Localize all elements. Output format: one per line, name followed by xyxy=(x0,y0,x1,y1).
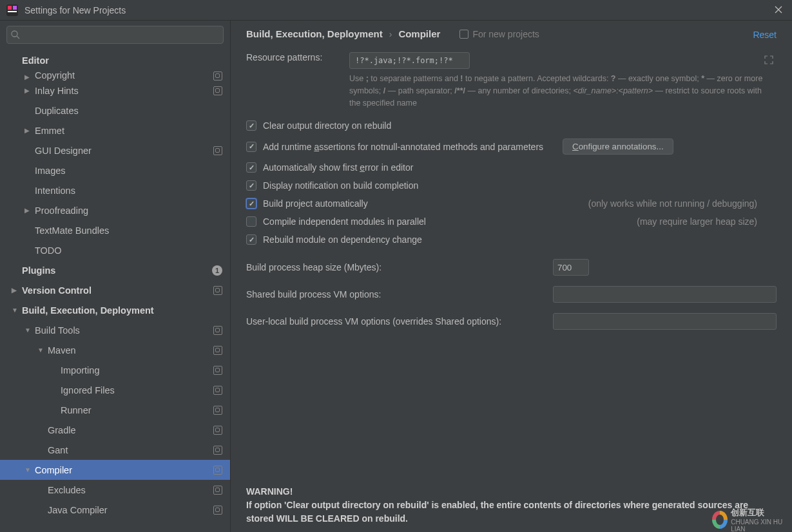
checkbox[interactable] xyxy=(246,180,256,191)
tree-item-label: Copyright xyxy=(35,70,213,81)
tree-item-label: Images xyxy=(35,166,230,176)
tree-item-gradle[interactable]: Gradle xyxy=(0,420,230,440)
tree-item-ignored-files[interactable]: Ignored Files xyxy=(0,380,230,400)
tree-item-todo[interactable]: TODO xyxy=(0,240,230,260)
reset-link[interactable]: Reset xyxy=(753,30,777,40)
tree-item-proofreading[interactable]: ▶Proofreading xyxy=(0,200,230,220)
tree-item-label: Build, Execution, Deployment xyxy=(22,305,230,316)
project-scope-icon xyxy=(213,426,222,435)
project-scope-icon xyxy=(459,30,468,39)
check-build-notify[interactable]: Display notification on build completion xyxy=(246,180,777,191)
tree-arrow-icon: ▼ xyxy=(24,466,31,473)
tree-item-label: GUI Designer xyxy=(35,146,213,156)
check-build-auto[interactable]: Build project automatically (only works … xyxy=(246,198,777,209)
resource-label: Resource patterns: xyxy=(246,52,342,62)
tree-item-build-tools[interactable]: ▼Build Tools xyxy=(0,320,230,340)
check-clear-output[interactable]: Clear output directory on rebuild xyxy=(246,120,777,131)
badge: 1 xyxy=(212,265,222,276)
close-icon xyxy=(775,6,782,14)
local-vm-row: User-local build process VM options (ove… xyxy=(246,313,777,330)
tree-item-compiler[interactable]: ▼Compiler xyxy=(0,460,230,480)
resource-row: Resource patterns: xyxy=(246,52,777,69)
checkbox-label: Automatically show first error in editor xyxy=(263,162,413,173)
checkbox[interactable] xyxy=(246,234,256,245)
tree-item-plugins[interactable]: Plugins1 xyxy=(0,260,230,280)
breadcrumb-current: Compiler xyxy=(398,28,440,39)
warning-block: WARNING! If option 'Clear output directo… xyxy=(231,485,792,526)
sidebar: Editor▶Copyright▶Inlay HintsDuplicates▶E… xyxy=(0,21,231,532)
tree-item-java-compiler[interactable]: Java Compiler xyxy=(0,500,230,520)
tree-item-duplicates[interactable]: Duplicates xyxy=(0,100,230,120)
tree-item-textmate-bundles[interactable]: TextMate Bundles xyxy=(0,220,230,240)
check-runtime-assertions[interactable]: Add runtime assertions for notnull-annot… xyxy=(246,138,777,155)
breadcrumb-parent: Build, Execution, Deployment xyxy=(246,28,383,39)
resource-hint: Use ; to separate patterns and ! to nega… xyxy=(349,73,777,109)
project-scope-icon xyxy=(213,466,222,475)
checkbox[interactable] xyxy=(246,162,256,173)
tree-arrow-icon: ▶ xyxy=(24,207,31,214)
chevron-right-icon: › xyxy=(389,29,392,39)
tree-item-label: Gant xyxy=(48,445,213,455)
checkbox[interactable] xyxy=(246,142,256,152)
expand-icon[interactable] xyxy=(764,55,774,65)
local-vm-label: User-local build process VM options (ove… xyxy=(246,316,553,327)
checkbox[interactable] xyxy=(246,198,256,209)
tree-item-build-execution-deployment[interactable]: ▼Build, Execution, Deployment xyxy=(0,300,230,320)
checkbox[interactable] xyxy=(246,120,256,131)
configure-annotations-button[interactable]: Configure annotations... xyxy=(563,138,673,155)
tree-item-label: Plugins xyxy=(22,265,212,276)
check-show-first-error[interactable]: Automatically show first error in editor xyxy=(246,162,777,173)
tree-arrow-icon: ▼ xyxy=(24,327,31,334)
tree-item-version-control[interactable]: ▶Version Control xyxy=(0,280,230,300)
app-logo-icon xyxy=(6,5,18,16)
tree-item-label: Duplicates xyxy=(35,106,230,116)
window-title: Settings for New Projects xyxy=(24,5,126,15)
tree-item-copyright[interactable]: ▶Copyright xyxy=(0,70,230,81)
local-vm-input[interactable] xyxy=(553,313,777,330)
project-scope-icon xyxy=(213,286,222,295)
project-scope-icon xyxy=(213,506,222,515)
close-button[interactable] xyxy=(771,3,786,17)
search-container xyxy=(6,26,224,44)
tree-item-emmet[interactable]: ▶Emmet xyxy=(0,120,230,140)
project-scope-icon xyxy=(213,86,222,95)
checkbox[interactable] xyxy=(246,216,256,227)
tree-item-label: Ignored Files xyxy=(61,385,213,395)
watermark-en: CHUANG XIN HU LIAN xyxy=(731,518,789,532)
tree-item-label: Maven xyxy=(48,345,213,356)
shared-vm-input[interactable] xyxy=(553,286,777,303)
tree-arrow-icon: ▶ xyxy=(12,287,18,294)
tree-item-runner[interactable]: Runner xyxy=(0,400,230,420)
tree-item-gant[interactable]: Gant xyxy=(0,440,230,460)
tree-item-images[interactable]: Images xyxy=(0,160,230,180)
tree-item-label: Editor xyxy=(22,55,230,66)
tree-item-maven[interactable]: ▼Maven xyxy=(0,340,230,360)
check-compile-parallel[interactable]: Compile independent modules in parallel … xyxy=(246,216,777,227)
tree-item-inlay-hints[interactable]: ▶Inlay Hints xyxy=(0,81,230,100)
tree-item-excludes[interactable]: Excludes xyxy=(0,480,230,500)
tree-item-label: Proofreading xyxy=(35,205,230,216)
search-input[interactable] xyxy=(6,26,224,44)
watermark: 创新互联 CHUANG XIN HU LIAN xyxy=(712,510,789,529)
tree-item-label: Importing xyxy=(61,365,213,375)
tree-item-intentions[interactable]: Intentions xyxy=(0,180,230,200)
warning-body: If option 'Clear output directory on reb… xyxy=(246,499,777,526)
tree-item-gui-designer[interactable]: GUI Designer xyxy=(0,140,230,160)
project-scope-icon xyxy=(213,446,222,455)
warning-title: WARNING! xyxy=(246,485,777,499)
main-split: Editor▶Copyright▶Inlay HintsDuplicates▶E… xyxy=(0,21,792,532)
heap-size-input[interactable] xyxy=(553,259,589,276)
svg-rect-2 xyxy=(13,6,17,10)
tree-item-label: Compiler xyxy=(35,465,213,475)
tree-item-label: Inlay Hints xyxy=(35,86,213,96)
heap-size-label: Build process heap size (Mbytes): xyxy=(246,262,553,272)
breadcrumb: Build, Execution, Deployment › Compiler … xyxy=(246,28,777,39)
check-rebuild-dependency[interactable]: Rebuild module on dependency change xyxy=(246,234,777,245)
tree-item-label: TextMate Bundles xyxy=(35,225,230,236)
tree-arrow-icon: ▼ xyxy=(12,307,18,314)
tree-item-editor[interactable]: Editor xyxy=(0,50,230,70)
resource-patterns-input[interactable] xyxy=(349,52,470,69)
svg-point-4 xyxy=(12,31,17,37)
project-scope-icon xyxy=(213,71,222,81)
tree-item-importing[interactable]: Importing xyxy=(0,360,230,380)
